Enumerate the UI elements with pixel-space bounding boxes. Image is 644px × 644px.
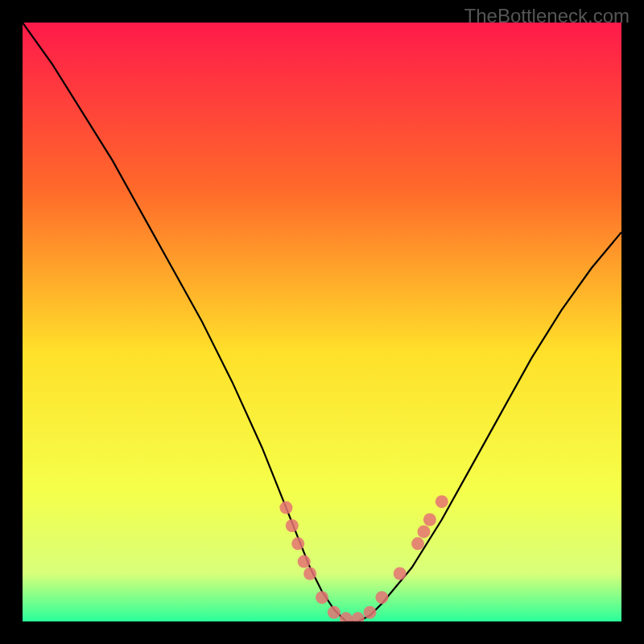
curve-marker <box>291 537 304 550</box>
curve-marker <box>436 495 448 508</box>
chart-svg <box>23 23 621 621</box>
curve-marker <box>364 606 377 619</box>
chart-plot-area <box>23 23 621 621</box>
curve-marker <box>411 537 424 550</box>
watermark-text: TheBottleneck.com <box>464 5 630 27</box>
chart-background <box>23 23 621 621</box>
curve-marker <box>303 568 316 580</box>
curve-marker <box>423 514 436 526</box>
curve-marker <box>286 519 299 532</box>
curve-marker <box>328 606 341 619</box>
curve-marker <box>279 502 292 514</box>
curve-marker <box>375 591 388 604</box>
curve-marker <box>418 525 431 538</box>
curve-marker <box>298 555 311 568</box>
curve-marker <box>394 568 407 580</box>
curve-marker <box>316 591 328 604</box>
